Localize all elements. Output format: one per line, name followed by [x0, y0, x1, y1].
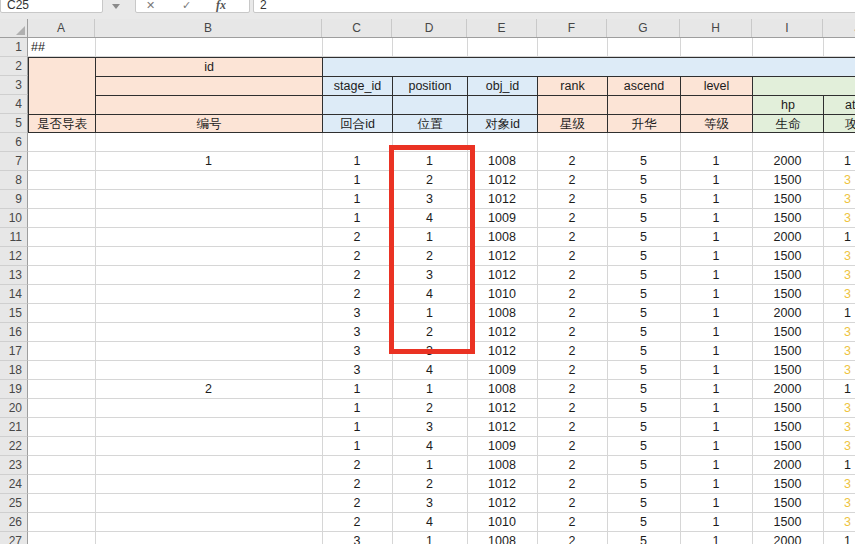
cell-B19[interactable]: 2: [95, 380, 322, 399]
col-header-J[interactable]: J: [823, 19, 855, 37]
cell-D26[interactable]: 4: [392, 513, 467, 532]
cell-H11[interactable]: 1: [680, 228, 752, 247]
cell-I9[interactable]: 1500: [752, 190, 823, 209]
col-header-A[interactable]: A: [28, 19, 95, 37]
cell-F14[interactable]: 2: [537, 285, 607, 304]
cell-I13[interactable]: 1500: [752, 266, 823, 285]
header-cell-A2[interactable]: [28, 57, 95, 114]
header-cell-H5[interactable]: 等级: [680, 114, 752, 133]
row-header-14[interactable]: 14: [0, 285, 28, 304]
cell-H19[interactable]: 1: [680, 380, 752, 399]
header-cell-G5[interactable]: 升华: [607, 114, 680, 133]
col-header-E[interactable]: E: [467, 19, 537, 37]
cell-I24[interactable]: 1500: [752, 475, 823, 494]
cell-F16[interactable]: 2: [537, 323, 607, 342]
cell-G18[interactable]: 5: [607, 361, 680, 380]
cell-I27[interactable]: 2000: [752, 532, 823, 544]
cell-H13[interactable]: 1: [680, 266, 752, 285]
cell-H27[interactable]: 1: [680, 532, 752, 544]
cell-I15[interactable]: 2000: [752, 304, 823, 323]
header-cell-G4[interactable]: [607, 95, 680, 114]
row-header-3[interactable]: 3: [0, 76, 28, 95]
cell-H26[interactable]: 1: [680, 513, 752, 532]
formula-input[interactable]: 2: [253, 0, 855, 13]
row-header-10[interactable]: 10: [0, 209, 28, 228]
header-cell-C3[interactable]: stage_id: [322, 76, 392, 95]
cell-C25[interactable]: 2: [322, 494, 392, 513]
cell-F24[interactable]: 2: [537, 475, 607, 494]
row-header-12[interactable]: 12: [0, 247, 28, 266]
cell-F9[interactable]: 2: [537, 190, 607, 209]
cell-E13[interactable]: 1012: [467, 266, 537, 285]
cell-E23[interactable]: 1008: [467, 456, 537, 475]
cell-J20[interactable]: 3: [823, 399, 855, 418]
cell-I11[interactable]: 2000: [752, 228, 823, 247]
header-cell-E4[interactable]: [467, 95, 537, 114]
header-cell-G3[interactable]: ascend: [607, 76, 680, 95]
cell-H15[interactable]: 1: [680, 304, 752, 323]
cell-G11[interactable]: 5: [607, 228, 680, 247]
cell-D22[interactable]: 4: [392, 437, 467, 456]
cell-C10[interactable]: 1: [322, 209, 392, 228]
cell-I25[interactable]: 1500: [752, 494, 823, 513]
cell-J15[interactable]: 1: [823, 304, 855, 323]
cell-F13[interactable]: 2: [537, 266, 607, 285]
cell-C13[interactable]: 2: [322, 266, 392, 285]
cell-E22[interactable]: 1009: [467, 437, 537, 456]
cell-I17[interactable]: 1500: [752, 342, 823, 361]
cell-F25[interactable]: 2: [537, 494, 607, 513]
header-cell-C2[interactable]: [322, 57, 855, 76]
cell-F23[interactable]: 2: [537, 456, 607, 475]
header-cell-A5[interactable]: 是否导表: [28, 114, 95, 133]
cell-F7[interactable]: 2: [537, 152, 607, 171]
cell-H10[interactable]: 1: [680, 209, 752, 228]
cell-E9[interactable]: 1012: [467, 190, 537, 209]
row-header-24[interactable]: 24: [0, 475, 28, 494]
header-cell-F4[interactable]: [537, 95, 607, 114]
row-header-16[interactable]: 16: [0, 323, 28, 342]
header-cell-D5[interactable]: 位置: [392, 114, 467, 133]
cell-C18[interactable]: 3: [322, 361, 392, 380]
row-header-17[interactable]: 17: [0, 342, 28, 361]
cell-J18[interactable]: 3: [823, 361, 855, 380]
header-cell-H4[interactable]: [680, 95, 752, 114]
cell-E24[interactable]: 1012: [467, 475, 537, 494]
cell-C15[interactable]: 3: [322, 304, 392, 323]
cell-E17[interactable]: 1012: [467, 342, 537, 361]
cell-H22[interactable]: 1: [680, 437, 752, 456]
cell-C17[interactable]: 3: [322, 342, 392, 361]
header-cell-J4[interactable]: atk: [823, 95, 855, 114]
cell-H23[interactable]: 1: [680, 456, 752, 475]
cell-G19[interactable]: 5: [607, 380, 680, 399]
cell-E18[interactable]: 1009: [467, 361, 537, 380]
cell-D27[interactable]: 1: [392, 532, 467, 544]
cell-C26[interactable]: 2: [322, 513, 392, 532]
cell-D18[interactable]: 4: [392, 361, 467, 380]
cell-D21[interactable]: 3: [392, 418, 467, 437]
cell-J12[interactable]: 3: [823, 247, 855, 266]
cell-J19[interactable]: 1: [823, 380, 855, 399]
row-header-2[interactable]: 2: [0, 57, 28, 76]
header-cell-I4[interactable]: hp: [752, 95, 823, 114]
cell-G17[interactable]: 5: [607, 342, 680, 361]
cell-J11[interactable]: 1: [823, 228, 855, 247]
cell-H20[interactable]: 1: [680, 399, 752, 418]
cell-J22[interactable]: 3: [823, 437, 855, 456]
row-header-5[interactable]: 5: [0, 114, 28, 133]
col-header-D[interactable]: D: [392, 19, 467, 37]
cell-I16[interactable]: 1500: [752, 323, 823, 342]
col-header-F[interactable]: F: [537, 19, 607, 37]
cell-E19[interactable]: 1008: [467, 380, 537, 399]
cell-E16[interactable]: 1012: [467, 323, 537, 342]
cell-E25[interactable]: 1012: [467, 494, 537, 513]
cell-J13[interactable]: 3: [823, 266, 855, 285]
cell-J17[interactable]: 3: [823, 342, 855, 361]
cell-D24[interactable]: 2: [392, 475, 467, 494]
cell-F26[interactable]: 2: [537, 513, 607, 532]
col-header-B[interactable]: B: [95, 19, 322, 37]
cell-J10[interactable]: 3: [823, 209, 855, 228]
col-header-H[interactable]: H: [680, 19, 752, 37]
cell-E15[interactable]: 1008: [467, 304, 537, 323]
cell-G24[interactable]: 5: [607, 475, 680, 494]
cell-E7[interactable]: 1008: [467, 152, 537, 171]
